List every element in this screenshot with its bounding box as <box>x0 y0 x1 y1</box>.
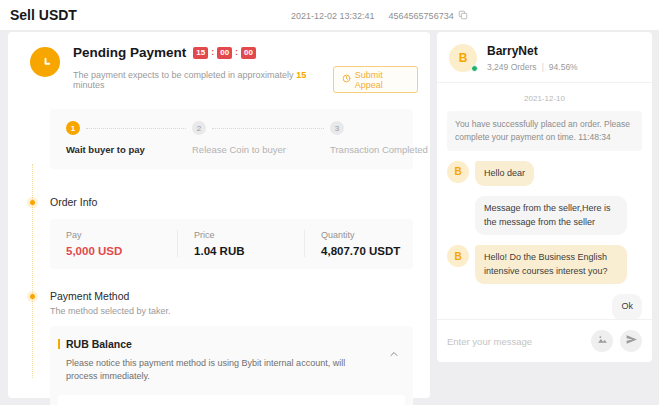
price-field: Price 1.04 RUB <box>177 230 304 257</box>
payment-method-title: Payment Method <box>50 290 129 302</box>
seller-avatar: B <box>449 44 477 72</box>
online-status-dot <box>471 65 478 72</box>
step-connector <box>86 128 186 129</box>
payment-method-subtitle: The method selected by taker. <box>8 306 430 316</box>
message-bubble: Hello! Do the Business English intensive… <box>475 245 627 284</box>
order-info-box: Pay 5,000 USD Price 1.04 RUB Quantity 4,… <box>50 219 413 269</box>
quantity-field: Quantity 4,807.70 USDT <box>304 230 413 257</box>
minutes-value: 15 <box>296 70 306 80</box>
countdown-timer: 15 : 00 : 00 <box>193 47 256 59</box>
pay-label: Pay <box>66 230 177 240</box>
system-message: You have successfully placed an order. P… <box>447 111 642 151</box>
pending-payment-title: Pending Payment <box>73 45 186 60</box>
clock-icon <box>342 74 351 85</box>
order-id: 4564565756734 <box>389 11 454 21</box>
chat-input-bar <box>437 319 652 362</box>
pending-subtitle: The payment expects to be completed in a… <box>73 70 326 90</box>
chat-message-input[interactable] <box>447 336 584 347</box>
price-label: Price <box>194 230 304 240</box>
seller-avatar: B <box>447 245 469 267</box>
submit-appeal-button[interactable]: Submit Appeal <box>333 66 418 93</box>
order-info-title: Order Info <box>50 196 97 208</box>
copy-icon[interactable] <box>458 10 468 22</box>
timer-hours: 15 <box>193 47 208 59</box>
seller-completion-rate: 94.56% <box>549 62 578 72</box>
image-icon <box>596 332 609 350</box>
quantity-label: Quantity <box>321 230 413 240</box>
order-progress-stepper: 1 2 3 Wait buyer to pay Release Coin to … <box>50 109 413 169</box>
step-connector <box>212 128 324 129</box>
step-label-release-coin: Release Coin to buyer <box>192 144 286 155</box>
order-meta: 2021-12-02 13:32:41 4564565756734 <box>291 10 468 22</box>
payment-method-name: RUB Balance <box>66 338 132 350</box>
step-circle-3: 3 <box>330 121 344 135</box>
chat-panel: B BarryNet 3,249 Orders | 94.56% 2021-12… <box>437 32 652 362</box>
pending-payment-header: Pending Payment 15 : 00 : 00 The payment… <box>8 32 430 93</box>
timeline-dot <box>30 294 35 299</box>
step-circle-1: 1 <box>66 121 80 135</box>
send-icon <box>625 332 638 350</box>
chevron-up-icon[interactable] <box>388 346 400 364</box>
message-bubble: Ok <box>612 294 642 319</box>
order-datetime: 2021-12-02 13:32:41 <box>291 11 375 21</box>
seller-name: BarryNet <box>487 44 578 58</box>
message-bubble: Hello dear <box>475 161 534 187</box>
send-message-button[interactable] <box>620 330 642 352</box>
pay-field: Pay 5,000 USD <box>50 230 177 257</box>
clock-icon <box>30 47 60 77</box>
quantity-value: 4,807.70 USDT <box>321 245 413 257</box>
pay-value: 5,000 USD <box>66 245 177 257</box>
step-label-transaction-completed: Transaction Completed <box>330 144 428 155</box>
seller-orders: 3,249 Orders <box>487 62 537 72</box>
payment-method-box: RUB Balance Please notice this payment m… <box>50 326 413 405</box>
chat-message: Message from the seller,Here is the mess… <box>447 196 642 235</box>
chat-message-outgoing: Ok <box>447 294 642 319</box>
top-bar: Sell USDT 2021-12-02 13:32:41 4564565756… <box>0 0 659 30</box>
chat-message-list: 2021-12-10 You have successfully placed … <box>437 83 652 319</box>
message-bubble: Message from the seller,Here is the mess… <box>475 196 627 235</box>
page-title: Sell USDT <box>10 7 77 23</box>
timer-minutes: 00 <box>217 47 232 59</box>
timeline-dot <box>30 200 35 205</box>
step-label-wait-buyer: Wait buyer to pay <box>66 144 145 155</box>
payment-method-note: Please notice this payment method is usi… <box>50 357 413 382</box>
payment-method-name-row: RUB Balance <box>50 338 413 350</box>
step-circle-2: 2 <box>192 121 206 135</box>
payment-method-section: Payment Method <box>8 290 430 302</box>
chat-date: 2021-12-10 <box>447 94 642 103</box>
timer-seconds: 00 <box>241 47 256 59</box>
seller-header: B BarryNet 3,249 Orders | 94.56% <box>437 32 652 83</box>
order-detail-panel: Pending Payment 15 : 00 : 00 The payment… <box>8 32 430 398</box>
order-info-section: Order Info <box>8 196 430 208</box>
price-value: 1.04 RUB <box>194 245 304 257</box>
attach-image-button[interactable] <box>591 330 613 352</box>
payment-details-box: Details Source Account Funding Account <box>58 395 405 405</box>
seller-stats: 3,249 Orders | 94.56% <box>487 62 578 72</box>
chat-message: B Hello! Do the Business English intensi… <box>447 245 642 284</box>
chat-message: B Hello dear <box>447 161 642 187</box>
accent-bar <box>58 339 60 349</box>
seller-avatar: B <box>447 161 469 183</box>
